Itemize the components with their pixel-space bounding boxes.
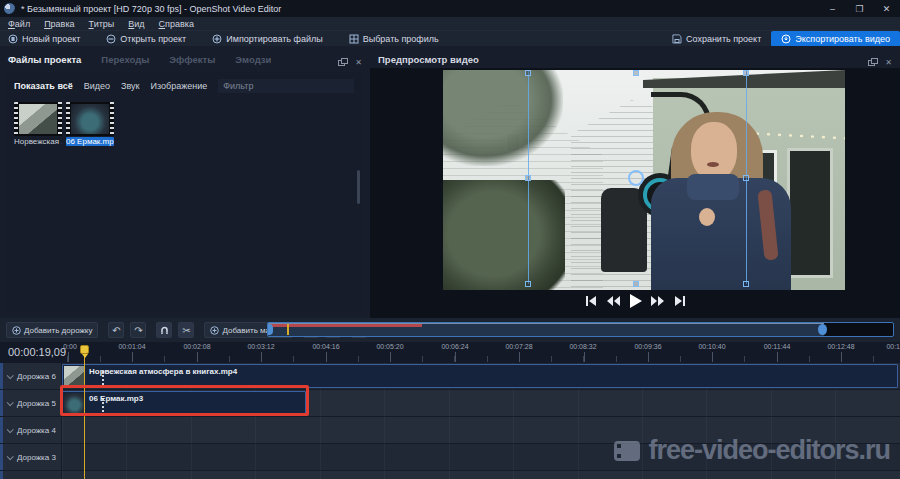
track-header-6[interactable]: Дорожка 6	[0, 363, 61, 389]
ruler-label: 00:06:24	[441, 343, 468, 350]
timeline-toolbar: Добавить дорожку ↶ ↷ ✂ Добавить маркер	[0, 318, 900, 342]
file-thumbnail	[66, 102, 114, 136]
profile-grid-icon	[349, 34, 359, 44]
transform-handle-top-right[interactable]	[743, 70, 749, 76]
filter-input[interactable]	[218, 79, 354, 93]
tab-effects[interactable]: Эффекты	[169, 54, 215, 65]
undo-icon[interactable]: ↶	[108, 322, 124, 338]
clip-thumbnail	[64, 366, 85, 386]
timeline-section: Добавить дорожку ↶ ↷ ✂ Добавить маркер	[0, 318, 900, 479]
tab-emoji[interactable]: Эмодзи	[235, 54, 271, 65]
watermark: free-video-editors.ru	[614, 435, 890, 466]
skip-start-icon[interactable]	[585, 296, 597, 306]
track-lane-2[interactable]	[62, 471, 900, 479]
menu-titles[interactable]: Титры	[89, 19, 115, 29]
new-project-button[interactable]: Новый проект	[8, 34, 80, 44]
timeline-zoom-widget[interactable]	[267, 322, 894, 337]
zoom-clip-extent-bar	[270, 324, 422, 327]
current-time-display: 00:00:19,09	[8, 346, 66, 358]
float-panel-icon[interactable]	[868, 60, 875, 66]
tab-project-files[interactable]: Файлы проекта	[8, 54, 81, 65]
chevron-down-icon	[7, 426, 14, 433]
close-panel-icon[interactable]: ✕	[885, 58, 892, 67]
ruler-scale[interactable]: 0:00 00:01:04 00:02:08 00:03:12 00:04:16…	[62, 342, 900, 363]
filter-video[interactable]: Видео	[84, 81, 110, 91]
openshot-window: * Безымянный проект [HD 720p 30 fps] - O…	[0, 0, 900, 479]
playhead-marker[interactable]	[80, 345, 89, 354]
ruler-label: 00:05:20	[376, 343, 403, 350]
window-title: * Безымянный проект [HD 720p 30 fps] - O…	[21, 4, 281, 14]
transform-handle-top-left[interactable]	[525, 70, 531, 76]
file-item-audio[interactable]: 06 Ермак.mp3	[66, 102, 114, 146]
tab-transitions[interactable]: Переходы	[101, 54, 149, 65]
track-row-2: Дорожка 2	[0, 471, 900, 479]
transform-handle-mid-left[interactable]	[525, 175, 531, 181]
open-project-button[interactable]: Открыть проект	[106, 34, 186, 44]
ruler-label: 00:11:44	[764, 343, 791, 350]
menu-view[interactable]: Вид	[128, 19, 144, 29]
new-project-icon	[8, 34, 18, 44]
minimize-button[interactable]: –	[819, 0, 846, 17]
scene-person-face	[691, 122, 737, 180]
transform-rotate-handle[interactable]	[628, 170, 644, 186]
transform-handle-top-center[interactable]	[633, 70, 639, 76]
menu-file[interactable]: Файл	[8, 19, 30, 29]
close-panel-icon[interactable]: ✕	[355, 58, 362, 67]
file-name: Норвежская ...	[14, 137, 62, 146]
files-list-area: Показать всё Видео Звук Изображение Норв…	[6, 72, 362, 312]
skip-end-icon[interactable]	[674, 296, 686, 306]
preview-panel-title: Предпросмотр видео	[378, 54, 479, 65]
project-files-panel: Файлы проекта Переходы Эффекты Эмодзи ✕ …	[0, 46, 370, 318]
files-scrollbar[interactable]	[357, 170, 360, 204]
zoom-right-handle[interactable]	[818, 324, 827, 335]
filter-audio[interactable]: Звук	[121, 81, 139, 91]
export-video-button[interactable]: Экспортировать видео	[771, 31, 900, 47]
add-track-icon	[12, 326, 21, 335]
rewind-icon[interactable]	[606, 296, 620, 306]
choose-profile-button[interactable]: Выбрать профиль	[349, 34, 439, 44]
add-track-button[interactable]: Добавить дорожку	[6, 322, 98, 338]
export-icon	[781, 34, 791, 44]
ruler-label: 00:07:28	[505, 343, 532, 350]
file-item-video[interactable]: Норвежская ...	[14, 102, 62, 146]
import-files-button[interactable]: Импортировать файлы	[212, 34, 322, 44]
float-panel-icon[interactable]	[338, 60, 345, 66]
chevron-down-icon	[7, 453, 14, 460]
track-header-2[interactable]: Дорожка 2	[0, 471, 61, 479]
ruler-label: 00:03:12	[247, 343, 274, 350]
file-name-selected: 06 Ермак.mp3	[66, 137, 114, 146]
razor-icon[interactable]: ✂	[178, 322, 194, 338]
track-header-4[interactable]: Дорожка 4	[0, 417, 61, 443]
menu-edit[interactable]: Правка	[44, 19, 74, 29]
playback-controls	[370, 294, 900, 308]
track-header-5[interactable]: Дорожка 5	[0, 390, 61, 416]
filter-image[interactable]: Изображение	[150, 81, 207, 91]
add-marker-icon	[210, 326, 219, 335]
save-icon	[672, 34, 682, 44]
track-header-3[interactable]: Дорожка 3	[0, 444, 61, 470]
scene-person-hand	[699, 208, 715, 226]
scene-jacket-collar	[687, 174, 739, 200]
close-button[interactable]: ✕	[873, 0, 900, 17]
maximize-button[interactable]: ❐	[846, 0, 873, 17]
snap-magnet-icon[interactable]	[156, 322, 172, 338]
video-preview-panel: Предпросмотр видео ✕	[370, 46, 900, 318]
save-project-button[interactable]: Сохранить проект	[672, 34, 761, 44]
watermark-text: free-video-editors.ru	[648, 435, 890, 466]
transform-handle-mid-right[interactable]	[743, 175, 749, 181]
ruler-label: 00:10:40	[698, 343, 725, 350]
menu-help[interactable]: Справка	[159, 19, 194, 29]
play-icon[interactable]	[629, 294, 642, 308]
redo-icon[interactable]: ↷	[130, 322, 146, 338]
transform-handle-bottom-center[interactable]	[633, 281, 639, 287]
transform-handle-bottom-left[interactable]	[525, 281, 531, 287]
transform-handle-bottom-right[interactable]	[743, 281, 749, 287]
openshot-logo-icon	[4, 3, 15, 14]
filter-show-all[interactable]: Показать всё	[14, 81, 73, 91]
scene-tree	[443, 70, 563, 166]
fast-forward-icon[interactable]	[651, 296, 665, 306]
chevron-down-icon	[7, 399, 14, 406]
video-frame[interactable]	[443, 70, 845, 290]
timeline-ruler[interactable]: 00:00:19,09 0:00 00:01:04 00:02:08 00:03…	[0, 342, 900, 363]
scene-bush	[443, 180, 565, 290]
